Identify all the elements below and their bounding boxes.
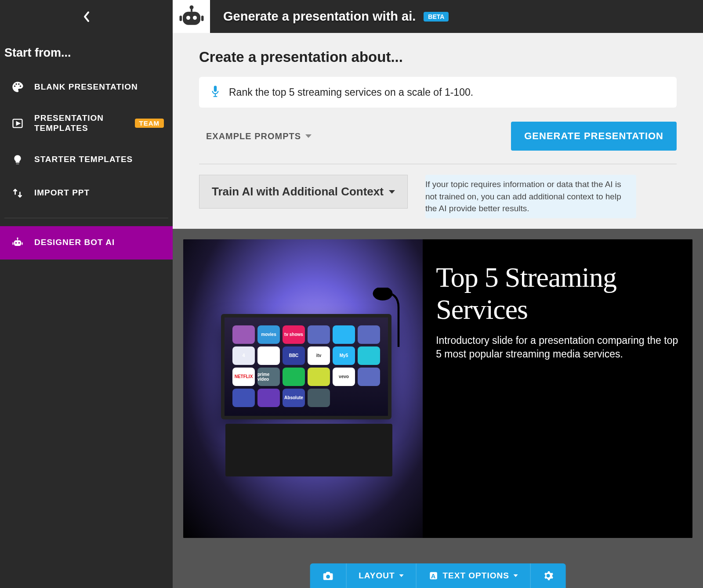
tv-tile (358, 368, 380, 386)
play-slide-icon (11, 116, 25, 130)
train-context-label: Train AI with Additional Context (212, 185, 384, 198)
microphone-icon[interactable] (210, 85, 221, 100)
robot-icon (178, 4, 205, 29)
layout-dropdown[interactable]: LAYOUT (346, 563, 416, 588)
generate-presentation-button[interactable]: GENERATE PRESENTATION (511, 122, 677, 151)
tv-tile: prime video (257, 368, 280, 386)
tv-stand-graphic (225, 424, 392, 476)
robot-avatar (173, 0, 210, 33)
chevron-down-icon (514, 574, 518, 577)
tv-tile (358, 325, 380, 344)
sidebar-item-import-ppt[interactable]: IMPORT PPT (0, 177, 173, 210)
tv-tile (283, 368, 305, 386)
svg-text:A: A (431, 573, 436, 580)
chevron-down-icon (389, 190, 395, 194)
slide-title: Top 5 Streaming Services (436, 261, 679, 326)
palette-icon (11, 80, 25, 94)
svg-rect-7 (12, 242, 13, 245)
sidebar-separator (4, 218, 168, 218)
text-options-label: TEXT OPTIONS (443, 571, 509, 581)
slide-subtitle: Introductory slide for a presentation co… (436, 334, 679, 361)
train-ai-context-dropdown[interactable]: Train AI with Additional Context (199, 175, 408, 209)
gear-icon (543, 570, 554, 581)
slide-preview[interactable]: movies tv shows 4 BBC itv My5 NETFLIX (183, 239, 692, 538)
svg-point-20 (326, 575, 330, 579)
text-icon: A (429, 571, 438, 581)
sidebar-item-designer-bot-ai[interactable]: DESIGNER BOT AI (0, 226, 173, 260)
tv-tile: 4 (232, 346, 255, 365)
settings-button[interactable] (531, 563, 566, 588)
team-badge: TEAM (135, 119, 164, 128)
sidebar-item-label: DESIGNER BOT AI (34, 238, 115, 248)
tv-tile: itv (308, 346, 330, 365)
tv-tile (308, 368, 330, 386)
tv-tile (232, 389, 255, 407)
tv-tile: movies (257, 325, 280, 344)
sidebar-item-starter-templates[interactable]: STARTER TEMPLATES (0, 143, 173, 177)
svg-rect-10 (191, 8, 192, 12)
tv-tile (232, 325, 255, 344)
slide-image: movies tv shows 4 BBC itv My5 NETFLIX (183, 239, 423, 538)
chevron-left-icon (82, 11, 91, 23)
tv-tile (257, 346, 280, 365)
form-heading: Create a presentation about... (199, 49, 677, 65)
back-button[interactable] (78, 8, 95, 25)
lightbulb-icon (11, 153, 25, 167)
sidebar-item-label: STARTER TEMPLATES (34, 155, 133, 165)
slide-preview-area: movies tv shows 4 BBC itv My5 NETFLIX (173, 229, 703, 588)
tv-tile (333, 325, 355, 344)
slide-toolbar: LAYOUT A TEXT OPTIONS (310, 563, 566, 588)
svg-point-5 (15, 242, 17, 244)
chevron-down-icon (305, 134, 312, 138)
layout-label: LAYOUT (359, 571, 395, 581)
svg-rect-11 (183, 11, 200, 25)
sidebar-heading: Start from... (0, 33, 173, 70)
beta-badge: BETA (424, 12, 449, 22)
svg-point-19 (373, 288, 393, 300)
tv-tile (257, 389, 280, 407)
example-prompts-label: EXAMPLE PROMPTS (206, 131, 301, 141)
svg-rect-3 (17, 238, 18, 240)
tv-tile: tv shows (283, 325, 305, 344)
svg-point-12 (186, 16, 190, 20)
svg-rect-14 (179, 15, 182, 21)
tv-tile (308, 389, 330, 407)
topbar: Generate a presentation with ai. BETA (173, 0, 703, 33)
camera-icon (322, 571, 333, 581)
context-help-text: If your topic requires information or da… (425, 175, 636, 218)
svg-rect-8 (22, 242, 22, 245)
example-prompts-dropdown[interactable]: EXAMPLE PROMPTS (199, 128, 319, 145)
sidebar-item-label: BLANK PRESENTATION (34, 82, 138, 92)
page-title: Generate a presentation with ai. (223, 9, 416, 24)
camera-button[interactable] (310, 563, 346, 588)
prompt-box (199, 77, 677, 108)
separator (199, 164, 677, 164)
sidebar-top (0, 0, 173, 33)
text-options-dropdown[interactable]: A TEXT OPTIONS (417, 563, 531, 588)
tv-tile: Absolute (283, 389, 305, 407)
prompt-input[interactable] (229, 87, 666, 98)
robot-icon (11, 236, 25, 250)
chevron-down-icon (399, 574, 404, 577)
tv-tile: BBC (283, 346, 305, 365)
form-area: Create a presentation about... EXAMPLE P… (173, 33, 703, 229)
sidebar-item-label: IMPORT PPT (34, 188, 90, 198)
import-icon (11, 186, 25, 200)
sidebar-item-label: PRESENTATION TEMPLATES (34, 113, 113, 133)
main: Generate a presentation with ai. BETA Cr… (173, 0, 703, 588)
sidebar-item-presentation-templates[interactable]: PRESENTATION TEMPLATES TEAM (0, 104, 173, 143)
sidebar: Start from... BLANK PRESENTATION PRESENT… (0, 0, 173, 588)
tv-graphic: movies tv shows 4 BBC itv My5 NETFLIX (221, 314, 391, 419)
tv-tile: NETFLIX (232, 368, 255, 386)
svg-point-13 (193, 16, 197, 20)
tv-tile: vevo (333, 368, 355, 386)
svg-rect-15 (201, 15, 204, 21)
svg-marker-1 (17, 122, 20, 125)
svg-point-6 (18, 242, 20, 244)
svg-rect-16 (214, 86, 217, 92)
svg-rect-4 (14, 240, 21, 246)
sidebar-item-blank-presentation[interactable]: BLANK PRESENTATION (0, 70, 173, 104)
tv-tile (358, 346, 380, 365)
slide-text-area: Top 5 Streaming Services Introductory sl… (423, 239, 692, 538)
tv-tile (308, 325, 330, 344)
